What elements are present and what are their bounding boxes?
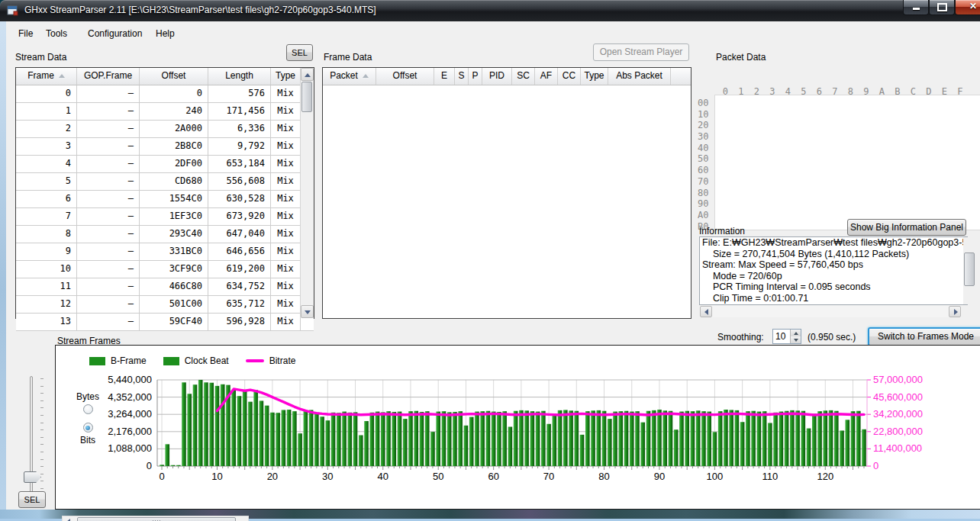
- scrollbar-thumb[interactable]: [77, 517, 236, 521]
- cell: 635,712: [208, 296, 271, 313]
- cell: 596,928: [208, 314, 271, 330]
- menu-configuration[interactable]: Configuration: [85, 27, 145, 40]
- column-header-s[interactable]: S: [455, 68, 469, 85]
- column-header-filler: [671, 68, 691, 85]
- smoothing-time-label: (0.950 sec.): [808, 332, 856, 343]
- svg-text:34,200,000: 34,200,000: [873, 408, 923, 420]
- cell: –: [77, 103, 140, 120]
- information-vscrollbar[interactable]: [963, 237, 975, 304]
- table-row[interactable]: 5–CD680556,608Mix: [16, 173, 314, 191]
- cell: Mix: [271, 208, 301, 225]
- spinner-up-button[interactable]: [790, 330, 801, 336]
- column-header-pid[interactable]: PID: [482, 68, 512, 85]
- svg-text:1,088,000: 1,088,000: [108, 442, 152, 454]
- column-header-abs-packet[interactable]: Abs Packet: [608, 68, 671, 85]
- menu-tools[interactable]: Tools: [43, 27, 70, 40]
- slider-tick: [40, 429, 44, 430]
- svg-text:0: 0: [159, 471, 164, 482]
- table-row[interactable]: 4–2DF00653,184Mix: [16, 156, 314, 173]
- column-header-gop-frame[interactable]: GOP.Frame: [77, 68, 140, 85]
- switch-to-frames-mode-button[interactable]: Switch to Frames Mode: [868, 327, 980, 346]
- spinner-up-icon: [794, 332, 798, 335]
- information-text[interactable]: File: E:₩GH23₩StreamParser₩test files₩gh…: [699, 236, 968, 305]
- slider-tick: [40, 452, 44, 452]
- svg-text:70: 70: [543, 471, 554, 482]
- scroll-down-button[interactable]: [301, 305, 314, 318]
- menu-file[interactable]: File: [15, 27, 36, 40]
- cell: 331BC0: [140, 243, 208, 260]
- column-header-p[interactable]: P: [469, 68, 482, 85]
- cell: –: [77, 278, 140, 295]
- smoothing-spinner[interactable]: 10: [772, 329, 801, 344]
- information-label: Information: [699, 226, 745, 236]
- column-header-cc[interactable]: CC: [558, 68, 581, 85]
- table-row[interactable]: 12–501C00635,712Mix: [16, 296, 314, 314]
- sel-button-top[interactable]: SEL: [286, 44, 313, 61]
- stream-data-table: Frame GOP.Frame Offset Length Type 0–057…: [15, 67, 314, 319]
- table-row[interactable]: 1–240171,456Mix: [16, 103, 314, 121]
- column-header-type[interactable]: Type: [271, 68, 301, 85]
- scrollbar-thumb[interactable]: [301, 82, 312, 112]
- spinner-down-button[interactable]: [790, 336, 801, 343]
- table-row[interactable]: 7–1EF3C0673,920Mix: [16, 208, 314, 226]
- minimize-icon: [913, 8, 920, 10]
- column-header-packet[interactable]: Packet: [323, 68, 376, 85]
- chart-hscrollbar[interactable]: [62, 516, 249, 521]
- spinner-down-icon: [794, 339, 798, 342]
- column-header-frame[interactable]: Frame: [16, 68, 77, 85]
- cell: CD680: [140, 173, 208, 190]
- maximize-button[interactable]: [929, 0, 955, 15]
- cell: 2B8C0: [140, 138, 208, 155]
- cell: 293C40: [140, 226, 208, 243]
- close-button[interactable]: ✕: [955, 0, 980, 15]
- cell: Mix: [271, 138, 301, 155]
- zoom-slider-track[interactable]: [30, 376, 33, 506]
- scroll-left-button[interactable]: [700, 306, 712, 317]
- table-row[interactable]: 2–2A0006,336Mix: [16, 121, 314, 138]
- info-line: Mode = 720/60p: [700, 271, 967, 282]
- hex-data-area[interactable]: [714, 95, 980, 230]
- frame-table-header: Packet Offset E S P PID SC AF CC Type Ab…: [323, 68, 691, 85]
- table-row[interactable]: 9–331BC0646,656Mix: [16, 243, 314, 261]
- table-row[interactable]: 8–293C40647,040Mix: [16, 226, 314, 243]
- hex-row-label: 80: [698, 188, 714, 199]
- cell: Mix: [271, 85, 301, 102]
- table-row[interactable]: 6–1554C0630,528Mix: [16, 191, 314, 208]
- cell: –: [77, 138, 140, 155]
- menu-help[interactable]: Help: [153, 27, 178, 40]
- cell: 3: [16, 138, 77, 155]
- title-bar[interactable]: GHxx StreamParser 2.11 [E:\GH23\StreamPa…: [0, 0, 980, 21]
- scroll-right-button[interactable]: [949, 306, 961, 317]
- minimize-button[interactable]: [903, 0, 929, 15]
- stream-table-scrollbar[interactable]: [300, 68, 314, 318]
- hex-row-label: 60: [698, 165, 714, 176]
- stream-data-label: Stream Data: [15, 52, 66, 63]
- zoom-slider-thumb[interactable]: [24, 471, 41, 483]
- table-row[interactable]: 10–3CF9C0619,200Mix: [16, 261, 314, 278]
- scroll-up-button[interactable]: [301, 68, 314, 81]
- table-row[interactable]: 13–59CF40596,928Mix: [16, 314, 314, 331]
- show-big-information-panel-button[interactable]: Show Big Information Panel: [847, 219, 966, 236]
- cell: 6,336: [208, 121, 271, 137]
- hex-row-headers: 00102030405060708090A0B0: [698, 98, 714, 232]
- cell: –: [77, 261, 140, 278]
- column-header-type[interactable]: Type: [581, 68, 608, 85]
- information-hscrollbar[interactable]: [700, 306, 961, 317]
- column-header-offset[interactable]: Offset: [140, 68, 208, 85]
- scrollbar-thumb[interactable]: [964, 252, 975, 286]
- column-header-length[interactable]: Length: [208, 68, 271, 85]
- hex-row-label: 00: [698, 98, 714, 109]
- column-header-sc[interactable]: SC: [512, 68, 535, 85]
- svg-text:80: 80: [598, 471, 609, 482]
- column-header-offset[interactable]: Offset: [376, 68, 434, 85]
- table-row[interactable]: 0–0576Mix: [16, 85, 314, 103]
- table-row[interactable]: 3–2B8C09,792Mix: [16, 138, 314, 156]
- sel-button-bottom[interactable]: SEL: [18, 491, 46, 508]
- slider-tick: [40, 393, 44, 394]
- table-row[interactable]: 11–466C80634,752Mix: [16, 278, 314, 296]
- column-header-e[interactable]: E: [434, 68, 455, 85]
- open-stream-player-button[interactable]: Open Stream Player: [593, 43, 689, 61]
- application-window: GHxx StreamParser 2.11 [E:\GH23\StreamPa…: [0, 0, 980, 521]
- scroll-left-button[interactable]: [63, 516, 75, 521]
- column-header-af[interactable]: AF: [535, 68, 558, 85]
